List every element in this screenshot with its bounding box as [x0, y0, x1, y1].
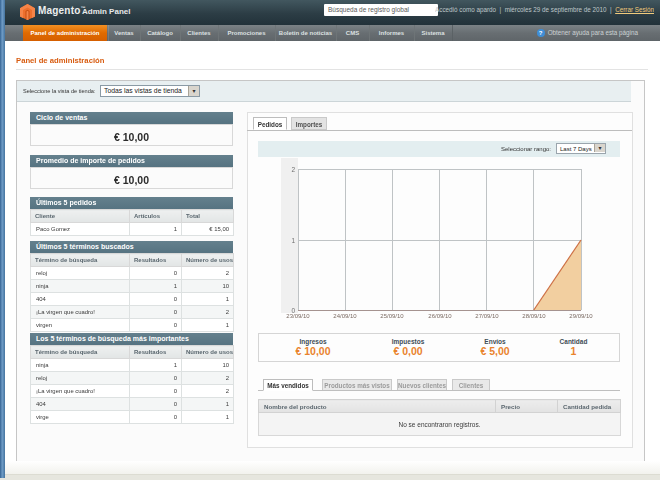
svg-text:26/09/10: 26/09/10: [428, 313, 452, 319]
svg-text:23/09/10: 23/09/10: [286, 313, 310, 319]
svg-text:29/09/10: 29/09/10: [569, 313, 593, 319]
svg-text:2: 2: [291, 166, 295, 173]
svg-text:27/09/10: 27/09/10: [475, 313, 499, 319]
svg-text:1: 1: [291, 237, 295, 244]
svg-text:24/09/10: 24/09/10: [333, 313, 357, 319]
svg-text:25/09/10: 25/09/10: [380, 313, 404, 319]
svg-text:28/09/10: 28/09/10: [522, 313, 546, 319]
